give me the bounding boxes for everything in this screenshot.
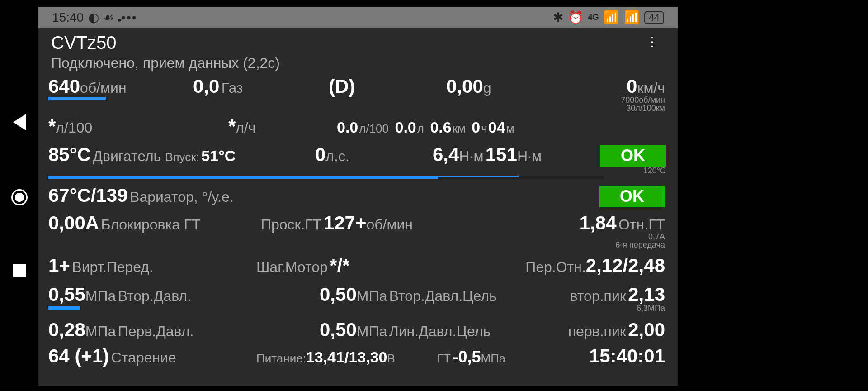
gear-ratio-label: Пер.Отн. (525, 259, 586, 275)
rpm-bar (48, 97, 106, 100)
voltage-unit: В (387, 352, 395, 365)
torque2-value: 151 (486, 144, 517, 165)
cvt-temp-value: 67°C/139 (48, 185, 128, 206)
slip-label: Проск.ГТ (261, 216, 321, 233)
pri-peak-label: перв.пик (568, 323, 626, 339)
slip-unit: об/мин (366, 216, 413, 233)
app-clock: 15:40:01 (589, 345, 665, 367)
voltage-value: 13,41/13,30 (306, 348, 387, 366)
battery-indicator: 44 (644, 11, 664, 24)
bluetooth-icon: ✱ (553, 10, 563, 25)
voltage-label: Питание: (256, 352, 306, 365)
row-fuel[interactable]: *л/100 *л/ч 0.0л/100 0.0л 0.6км 0ч04м (48, 117, 665, 136)
row-lockup[interactable]: 0,00A Блокировка ГТ Проск.ГТ 127+об/мин … (48, 214, 665, 249)
android-nav-bar (0, 0, 38, 391)
lockup-label: Блокировка ГТ (101, 216, 201, 233)
rpm-scale: 7000об/мин (564, 96, 665, 104)
torque1-value: 6,4 (433, 144, 459, 165)
throttle-value: 0,0 (193, 76, 219, 97)
cvt-status-badge: OK (599, 186, 665, 207)
rpm-unit: об/мин (80, 80, 127, 96)
tc-ratio-label: Отн.ГТ (618, 216, 665, 233)
power-value: 0 (315, 144, 326, 165)
slip-value: 127+ (324, 212, 367, 234)
signal-icon: 📶 (604, 10, 619, 25)
sec-peak-label: втор.пик (570, 288, 626, 304)
network-type: 4G (588, 13, 599, 22)
line-press-target-label: Лин.Давл.Цель (389, 323, 491, 339)
row-engine-speed[interactable]: 640об/мин 0,0 Газ (D) 0,00g 0км/ч 7000об… (48, 77, 665, 112)
step-motor-label: Шаг.Мотор (256, 259, 328, 275)
gear-indicator: (D) (329, 76, 355, 97)
engine-temp-bar (48, 176, 604, 179)
pri-press-value: 0,28 (48, 319, 85, 340)
tc-press-value: -0,5 (453, 348, 481, 366)
more-status-icon: ••• (121, 10, 137, 25)
row-virtual-gear[interactable]: 1+ Вирт.Перед. Шаг.Мотор */* Пер.Отн.2,1… (48, 256, 665, 275)
tc-press-label: ГТ (437, 352, 451, 365)
leaf-icon: ☙ (103, 10, 114, 25)
app-window: 15:40 ◐ ☙ 𝅘 ••• ✱ ⏰ 4G 📶 📶 44 CVTz50 Под… (38, 7, 678, 386)
alarm-icon: ◐ (88, 10, 99, 25)
tc-ratio-value: 1,84 (580, 212, 617, 234)
accel-value: 0,00 (446, 76, 483, 97)
app-title: CVTz50 (51, 33, 280, 53)
rpm-value: 640 (48, 76, 80, 97)
sec-press-value: 0,55 (48, 284, 85, 305)
speed-unit: км/ч (637, 80, 665, 96)
pri-press-unit: МПа (85, 323, 116, 339)
pri-press-label: Перв.Давл. (118, 323, 194, 339)
sec-press-target-label: Втор.Давл.Цель (389, 288, 497, 304)
home-icon[interactable] (11, 189, 28, 205)
vgear-label: Вирт.Перед. (72, 259, 153, 275)
intake-label: Впуск: (165, 150, 199, 164)
step-motor-value: */* (330, 255, 349, 276)
speed-value: 0 (627, 76, 637, 97)
sec-press-unit: МПа (85, 288, 116, 304)
sec-press-scale: 6,3МПа (570, 304, 665, 312)
gear-ratio-value: 2,12/2,48 (586, 255, 665, 276)
fuel100-unit: л/100 (56, 119, 92, 136)
alarm-clock-icon: ⏰ (568, 10, 584, 25)
lockup-current-value: 0,00A (48, 212, 99, 234)
app-header: CVTz50 Подключено, прием данных (2,2с) ⋯ (38, 28, 678, 74)
temp-scale: 120°C (600, 167, 666, 175)
sec-press-bar (48, 306, 80, 310)
row-cvt-temp[interactable]: 67°C/139 Вариатор, °/у.е. OK (48, 186, 665, 207)
vgear-value: 1+ (48, 255, 70, 276)
fuelh-unit: л/ч (236, 119, 255, 136)
status-clock: 15:40 (52, 10, 84, 25)
row-aging[interactable]: 64 (+1) Старение Питание:13,41/13,30В ГТ… (48, 347, 665, 366)
fuel-scale: 30л/100км (564, 104, 665, 112)
power-unit: л.с. (326, 148, 349, 164)
sec-press-target-value: 0,50 (320, 284, 357, 305)
row-sec-pressure[interactable]: 0,55МПа Втор.Давл. 0,50МПа Втор.Давл.Цел… (48, 285, 665, 312)
trip-stats: 0.0л/100 0.0л 0.6км 0ч04м (337, 119, 665, 135)
tc-press-unit: МПа (481, 352, 505, 365)
line-press-target-unit: МПа (357, 323, 387, 339)
torque2-unit: Н·м (517, 148, 542, 164)
engine-temp-label: Двигатель (93, 148, 161, 164)
aging-value: 64 (+1) (48, 345, 109, 367)
pri-peak-value: 2,00 (628, 319, 665, 340)
sec-press-label: Втор.Давл. (118, 288, 191, 304)
row-engine-temp[interactable]: 85°C Двигатель Впуск: 51°C 0л.с. 6,4Н·м … (48, 145, 665, 175)
sec-press-target-unit: МПа (357, 288, 387, 304)
fuelh-value: * (228, 115, 236, 137)
lockup-scale: 0,7А (580, 233, 665, 241)
row-pri-pressure[interactable]: 0,28МПа Перв.Давл. 0,50МПа Лин.Давл.Цель… (48, 320, 665, 339)
intake-value: 51°C (201, 147, 236, 164)
dashboard: 640об/мин 0,0 Газ (D) 0,00g 0км/ч 7000об… (48, 77, 678, 366)
accel-unit: g (483, 80, 491, 96)
line-press-target-value: 0,50 (320, 319, 357, 340)
aging-label: Старение (111, 349, 176, 366)
torque1-unit: Н·м (459, 148, 483, 164)
overflow-menu-button[interactable]: ⋯ (645, 36, 668, 53)
status-bar: 15:40 ◐ ☙ 𝅘 ••• ✱ ⏰ 4G 📶 📶 44 (38, 7, 678, 28)
throttle-label: Газ (222, 80, 243, 96)
sec-peak-value: 2,13 (628, 284, 665, 305)
gear-hint: 6-я передача (580, 241, 665, 249)
signal2-icon: 📶 (624, 10, 640, 25)
back-icon[interactable] (13, 114, 26, 130)
recents-icon[interactable] (13, 264, 26, 277)
